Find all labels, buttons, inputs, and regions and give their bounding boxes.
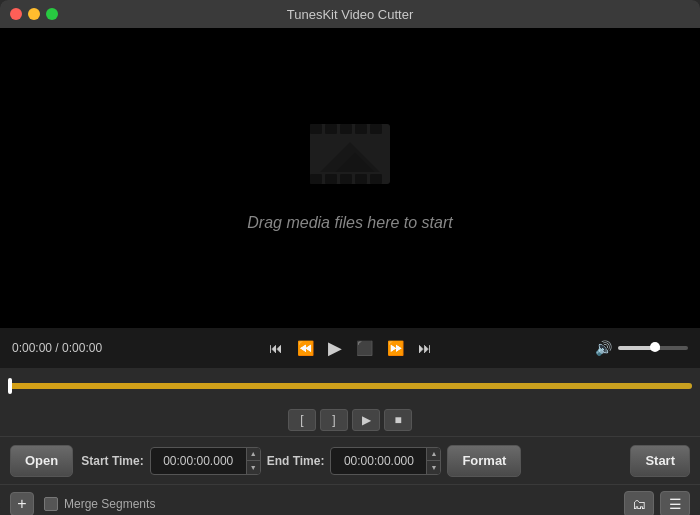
svg-rect-5 xyxy=(370,124,382,134)
volume-slider[interactable] xyxy=(618,346,688,350)
volume-thumb xyxy=(650,342,660,352)
timeline-handle[interactable] xyxy=(8,378,12,394)
merge-text: Merge Segments xyxy=(64,497,155,511)
end-time-down[interactable]: ▼ xyxy=(427,461,440,475)
window-controls xyxy=(10,8,58,20)
segment-stop-button[interactable]: ■ xyxy=(384,409,412,431)
folder-icon-button[interactable]: 🗂 xyxy=(624,491,654,516)
merge-label-area: Merge Segments xyxy=(44,497,624,511)
timeline-area[interactable] xyxy=(0,368,700,404)
end-time-input[interactable] xyxy=(331,454,426,468)
segment-controls: [ ] ▶ ■ xyxy=(0,404,700,436)
end-time-up[interactable]: ▲ xyxy=(427,447,440,462)
film-placeholder: Drag media files here to start xyxy=(247,124,452,232)
close-button[interactable] xyxy=(10,8,22,20)
start-time-input[interactable] xyxy=(151,454,246,468)
video-drop-area[interactable]: Drag media files here to start xyxy=(0,28,700,328)
footer-bar: + Merge Segments 🗂 ☰ xyxy=(0,484,700,515)
start-time-spinner[interactable]: ▲ ▼ xyxy=(246,447,260,475)
folder-icon: 🗂 xyxy=(632,496,646,512)
start-time-down[interactable]: ▼ xyxy=(247,461,260,475)
volume-icon: 🔊 xyxy=(595,340,612,356)
segment-mark-in-button[interactable]: [ xyxy=(288,409,316,431)
svg-rect-8 xyxy=(340,174,352,184)
merge-checkbox[interactable] xyxy=(44,497,58,511)
svg-rect-3 xyxy=(340,124,352,134)
timeline-progress xyxy=(8,383,692,389)
maximize-button[interactable] xyxy=(46,8,58,20)
start-time-up[interactable]: ▲ xyxy=(247,447,260,462)
segment-mark-out-button[interactable]: ] xyxy=(320,409,348,431)
bottom-controls: Open Start Time: ▲ ▼ End Time: ▲ ▼ Forma… xyxy=(0,436,700,484)
title-bar: TunesKit Video Cutter xyxy=(0,0,700,28)
drag-text: Drag media files here to start xyxy=(247,214,452,232)
svg-rect-4 xyxy=(355,124,367,134)
segment-play-button[interactable]: ▶ xyxy=(352,409,380,431)
step-back-button[interactable]: ⏮ xyxy=(265,338,287,358)
end-time-spinner[interactable]: ▲ ▼ xyxy=(426,447,440,475)
play-button[interactable]: ▶ xyxy=(324,335,346,361)
format-button[interactable]: Format xyxy=(447,445,521,477)
volume-area: 🔊 xyxy=(578,340,688,356)
open-button[interactable]: Open xyxy=(10,445,73,477)
frame-back-button[interactable]: ⏪ xyxy=(293,338,318,358)
time-fields: Start Time: ▲ ▼ End Time: ▲ ▼ Format xyxy=(81,445,622,477)
start-time-input-group[interactable]: ▲ ▼ xyxy=(150,447,261,475)
timeline-track[interactable] xyxy=(8,383,692,389)
svg-rect-7 xyxy=(325,174,337,184)
start-button[interactable]: Start xyxy=(630,445,690,477)
playback-controls: ⏮ ⏪ ▶ ⬛ ⏩ ⏭ xyxy=(122,335,578,361)
time-display: 0:00:00 / 0:00:00 xyxy=(12,341,122,355)
add-segment-button[interactable]: + xyxy=(10,492,34,516)
stop-button[interactable]: ⬛ xyxy=(352,338,377,358)
step-fwd-button[interactable]: ⏭ xyxy=(414,338,436,358)
minimize-button[interactable] xyxy=(28,8,40,20)
svg-rect-9 xyxy=(355,174,367,184)
svg-rect-10 xyxy=(370,174,382,184)
svg-rect-2 xyxy=(325,124,337,134)
list-icon: ☰ xyxy=(669,496,682,512)
film-strip-icon xyxy=(305,124,395,204)
svg-rect-6 xyxy=(310,174,322,184)
start-time-label: Start Time: xyxy=(81,454,143,468)
svg-rect-1 xyxy=(310,124,322,134)
controls-bar: 0:00:00 / 0:00:00 ⏮ ⏪ ▶ ⬛ ⏩ ⏭ 🔊 xyxy=(0,328,700,368)
app-title: TunesKit Video Cutter xyxy=(287,7,413,22)
footer-icons: 🗂 ☰ xyxy=(624,491,690,516)
frame-fwd-button[interactable]: ⏩ xyxy=(383,338,408,358)
end-time-label: End Time: xyxy=(267,454,325,468)
list-icon-button[interactable]: ☰ xyxy=(660,491,690,516)
end-time-input-group[interactable]: ▲ ▼ xyxy=(330,447,441,475)
